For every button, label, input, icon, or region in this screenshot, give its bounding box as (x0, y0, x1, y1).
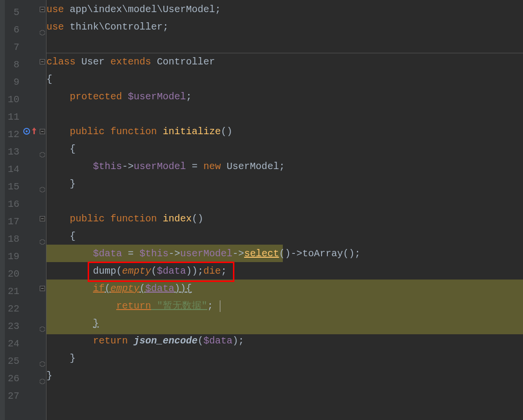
editor-margin (0, 0, 5, 420)
code-line[interactable]: } (46, 175, 523, 193)
code-line[interactable]: } (46, 315, 523, 332)
line-number: 16 (5, 196, 19, 213)
code-line[interactable]: use think\Controller; (46, 18, 523, 36)
code-line[interactable]: class User extends Controller (46, 53, 523, 71)
line-number: 9 (5, 74, 19, 91)
code-line[interactable]: $data = $this->userModel->select()->toAr… (46, 245, 523, 263)
fold-end-icon[interactable] (40, 146, 45, 152)
fold-toggle[interactable] (40, 216, 45, 221)
code-line[interactable]: } (46, 367, 523, 385)
code-line[interactable]: { (46, 228, 523, 245)
fold-end-icon[interactable] (40, 24, 45, 30)
code-line[interactable]: protected $userModel; (46, 88, 523, 106)
line-number: 10 (5, 91, 19, 109)
line-number: 18 (5, 231, 19, 248)
fold-end-icon[interactable] (40, 233, 45, 239)
line-number: 26 (5, 370, 19, 388)
fold-end-icon[interactable] (40, 181, 45, 187)
fold-end-icon[interactable] (40, 373, 45, 378)
line-number: 13 (5, 143, 19, 161)
line-number: 7 (5, 39, 19, 56)
svg-marker-3 (40, 239, 45, 245)
svg-marker-4 (40, 327, 45, 332)
line-number: 17 (5, 213, 19, 231)
line-number: 21 (5, 283, 19, 300)
code-area[interactable]: use app\index\model\UserModel; use think… (46, 0, 523, 420)
svg-marker-2 (40, 187, 45, 192)
code-line[interactable]: return "暂无数据"; (46, 297, 523, 315)
fold-toggle[interactable] (40, 286, 45, 291)
line-number: 6 (5, 21, 19, 39)
line-number: 25 (5, 353, 19, 370)
code-line[interactable]: if(empty($data)){ (46, 280, 523, 297)
fold-toggle[interactable] (40, 129, 45, 134)
svg-marker-1 (40, 152, 45, 157)
svg-marker-0 (40, 30, 45, 35)
line-number: 11 (5, 109, 19, 126)
code-editor[interactable]: 5 6 7 8 9 10 11 12 13 14 15 16 17 18 19 … (0, 0, 523, 420)
line-number: 23 (5, 318, 19, 335)
fold-toggle[interactable] (40, 59, 45, 64)
fold-end-icon[interactable] (40, 356, 45, 361)
override-icon[interactable] (23, 128, 30, 135)
fold-toggle[interactable] (40, 7, 45, 12)
fold-end-icon[interactable] (40, 321, 45, 326)
line-number: 19 (5, 248, 19, 265)
line-number: 20 (5, 265, 19, 283)
code-line[interactable]: use app\index\model\UserModel; (46, 1, 523, 18)
line-number: 24 (5, 335, 19, 353)
code-line[interactable]: { (46, 71, 523, 88)
line-number: 8 (5, 56, 19, 74)
svg-marker-5 (40, 361, 45, 367)
code-line[interactable]: $this->userModel = new UserModel; (46, 158, 523, 175)
line-number: 27 (5, 388, 19, 405)
code-line[interactable]: } (46, 350, 523, 367)
line-number: 22 (5, 300, 19, 318)
code-line[interactable]: public function index() (46, 210, 523, 228)
text-caret (220, 300, 220, 312)
line-number: 5 (5, 4, 19, 21)
code-line[interactable]: return json_encode($data); (46, 332, 523, 350)
code-line[interactable]: dump(empty($data));die; (46, 263, 523, 280)
line-number: 14 (5, 161, 19, 178)
svg-marker-6 (40, 379, 45, 384)
line-number: 15 (5, 178, 19, 196)
overrides-arrow-icon[interactable] (32, 127, 36, 134)
code-line[interactable]: { (46, 140, 523, 158)
line-number: 12 (5, 126, 19, 143)
code-line[interactable]: public function initialize() (46, 123, 523, 140)
editor-gutter: 5 6 7 8 9 10 11 12 13 14 15 16 17 18 19 … (5, 0, 46, 420)
